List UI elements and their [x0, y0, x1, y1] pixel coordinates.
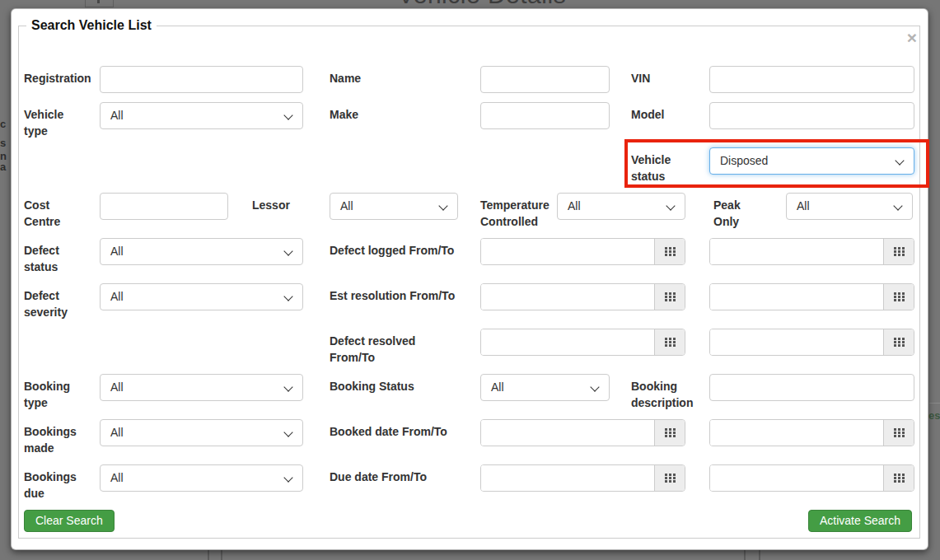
due-date-label: Due date From/To	[330, 464, 476, 485]
bookings-due-value: All	[101, 465, 302, 491]
vin-input[interactable]	[709, 66, 914, 93]
defect-logged-label: Defect logged From/To	[330, 238, 476, 259]
backdrop-widget-mark	[97, 0, 100, 3]
defect-severity-label: Defect severity	[24, 283, 82, 320]
booked-date-to-input[interactable]	[710, 420, 883, 446]
defect-logged-to-group	[709, 238, 914, 265]
backdrop-table-line	[744, 550, 746, 560]
backdrop-table-line	[759, 550, 760, 560]
calendar-button[interactable]	[654, 284, 685, 310]
activate-search-button[interactable]: Activate Search	[808, 510, 912, 532]
booked-date-from-group	[480, 419, 685, 446]
calendar-grid-icon	[665, 247, 676, 256]
modal-title: Search Vehicle List	[26, 17, 157, 33]
defect-resolved-to-group	[709, 329, 914, 356]
calendar-grid-icon	[665, 338, 676, 347]
bookings-made-value: All	[101, 420, 302, 446]
calendar-button[interactable]	[883, 329, 914, 355]
vehicle-status-select[interactable]: Disposed	[709, 147, 914, 175]
calendar-button[interactable]	[883, 420, 914, 446]
cost-centre-label: Cost Centre	[24, 193, 73, 230]
backdrop-table-line	[221, 550, 222, 560]
vehicle-status-value: Disposed	[710, 148, 914, 174]
peak-only-select[interactable]: All	[786, 193, 913, 220]
temperature-controlled-label: Temperature Controlled	[480, 193, 559, 230]
vehicle-status-label: Vehicle status	[631, 147, 680, 184]
vin-label: VIN	[631, 66, 710, 86]
due-date-from-input[interactable]	[481, 465, 654, 491]
booked-date-label: Booked date From/To	[330, 419, 476, 440]
due-date-from-group	[480, 464, 685, 492]
calendar-grid-icon	[894, 474, 905, 483]
booked-date-to-group	[709, 419, 914, 446]
backdrop-line	[929, 403, 940, 404]
booking-type-select[interactable]: All	[100, 374, 303, 401]
bookings-made-label: Bookings made	[24, 419, 90, 456]
name-input[interactable]	[480, 66, 610, 93]
calendar-grid-icon	[665, 474, 676, 483]
calendar-grid-icon	[894, 247, 905, 256]
make-label: Make	[330, 102, 476, 123]
booking-type-label: Booking type	[24, 374, 82, 411]
est-resolution-to-group	[709, 283, 914, 310]
close-icon[interactable]: ×	[903, 29, 921, 47]
defect-status-value: All	[101, 239, 302, 264]
model-label: Model	[631, 102, 710, 123]
defect-resolved-from-group	[480, 329, 685, 356]
booking-type-value: All	[101, 375, 302, 400]
vehicle-type-select[interactable]: All	[100, 102, 303, 129]
due-date-to-group	[709, 464, 914, 492]
vehicle-type-label: Vehicle type	[24, 102, 73, 139]
defect-logged-from-input[interactable]	[481, 239, 654, 264]
defect-severity-select[interactable]: All	[100, 283, 303, 310]
lessor-label: Lessor	[252, 193, 302, 213]
defect-status-select[interactable]: All	[100, 238, 303, 265]
calendar-grid-icon	[665, 428, 676, 437]
defect-status-label: Defect status	[24, 238, 73, 275]
bookings-made-select[interactable]: All	[100, 419, 303, 446]
defect-resolved-label: Defect resolved From/To	[330, 329, 441, 366]
calendar-button[interactable]	[654, 420, 685, 446]
calendar-button[interactable]	[654, 239, 685, 264]
backdrop-text-fragment: c	[0, 118, 7, 130]
temperature-controlled-select[interactable]: All	[557, 193, 685, 220]
calendar-button[interactable]	[654, 329, 685, 355]
est-resolution-to-input[interactable]	[710, 284, 883, 310]
est-resolution-label: Est resolution From/To	[330, 283, 476, 304]
defect-resolved-from-input[interactable]	[481, 329, 654, 355]
calendar-grid-icon	[894, 292, 905, 301]
vehicle-type-value: All	[101, 103, 302, 128]
defect-logged-from-group	[480, 238, 685, 265]
due-date-to-input[interactable]	[710, 465, 883, 491]
backdrop-text-fragment: a	[0, 161, 7, 173]
booked-date-from-input[interactable]	[481, 420, 654, 446]
clear-search-button[interactable]: Clear Search	[24, 510, 115, 532]
lessor-select[interactable]: All	[330, 193, 458, 220]
defect-resolved-to-input[interactable]	[710, 329, 883, 355]
defect-logged-to-input[interactable]	[710, 239, 883, 264]
registration-input[interactable]	[100, 66, 303, 93]
bookings-due-label: Bookings due	[24, 464, 90, 502]
backdrop-text-fragment: es	[928, 409, 940, 422]
calendar-button[interactable]	[883, 239, 914, 264]
search-vehicle-modal: Search Vehicle List × Registration Name …	[11, 8, 928, 550]
est-resolution-from-input[interactable]	[481, 284, 654, 310]
booking-status-select[interactable]: All	[480, 374, 610, 401]
calendar-button[interactable]	[883, 465, 914, 491]
backdrop-table-line	[208, 550, 209, 560]
backdrop-text-fragment: s	[0, 137, 7, 149]
calendar-grid-icon	[894, 428, 905, 437]
booking-status-value: All	[481, 375, 609, 400]
model-input[interactable]	[709, 102, 914, 129]
registration-label: Registration	[24, 66, 95, 86]
calendar-button[interactable]	[883, 284, 914, 310]
cost-centre-input[interactable]	[100, 193, 228, 220]
peak-only-label: Peak Only	[713, 193, 755, 230]
make-input[interactable]	[480, 102, 610, 129]
booking-description-label: Booking description	[631, 374, 705, 411]
bookings-due-select[interactable]: All	[100, 464, 303, 492]
calendar-grid-icon	[894, 338, 905, 347]
calendar-button[interactable]	[654, 465, 685, 491]
est-resolution-from-group	[480, 283, 685, 310]
booking-description-input[interactable]	[709, 374, 914, 401]
